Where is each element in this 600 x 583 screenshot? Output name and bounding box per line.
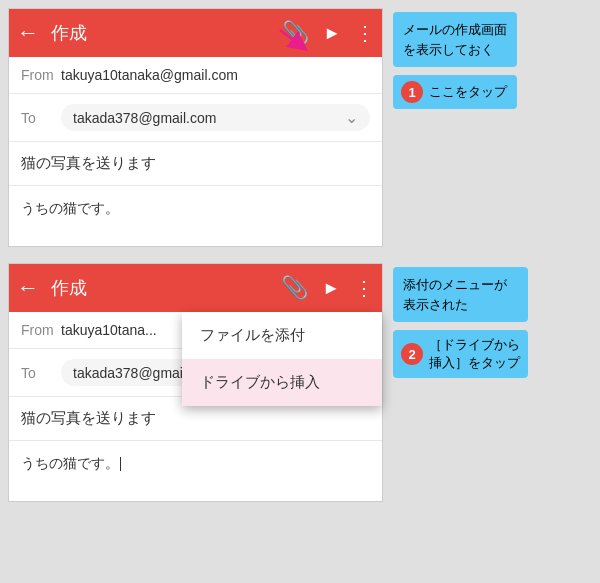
subject-field[interactable]: 猫の写真を送ります	[9, 142, 382, 186]
to-input[interactable]: takada378@gmail.com ⌄	[61, 104, 370, 131]
from-value: takuya10tanaka@gmail.com	[61, 67, 370, 83]
step1-badge: 1	[401, 81, 423, 103]
attachment-dropdown: ファイルを添付 ドライブから挿入	[182, 312, 382, 406]
more-icon-2[interactable]: ⋮	[354, 276, 374, 300]
step1-text: ここをタップ	[429, 83, 507, 101]
callout-compose: メールの作成画面 を表示しておく	[393, 12, 517, 67]
body-field-2[interactable]: うちの猫です。	[9, 441, 382, 501]
step2-text: ［ドライブから 挿入］をタップ	[429, 336, 520, 372]
subject-text: 猫の写真を送ります	[21, 154, 156, 171]
body-field[interactable]: うちの猫です。	[9, 186, 382, 246]
toolbar-title-2: 作成	[51, 276, 281, 300]
to-label-2: To	[21, 365, 61, 381]
email-panel-top: ← 作成 📎 ► ⋮ From takuya10tanaka@gmail.com…	[8, 8, 383, 247]
to-value: takada378@gmail.com	[73, 110, 345, 126]
from-label-2: From	[21, 322, 61, 338]
text-cursor	[120, 457, 121, 471]
back-button[interactable]: ←	[17, 20, 39, 46]
section-divider	[0, 251, 600, 259]
toolbar-title: 作成	[51, 21, 282, 45]
to-label: To	[21, 110, 61, 126]
send-icon-2[interactable]: ►	[322, 278, 340, 299]
subject-text-2: 猫の写真を送ります	[21, 409, 156, 426]
insert-from-drive-item[interactable]: ドライブから挿入	[182, 359, 382, 406]
body-text-2: うちの猫です。	[21, 455, 119, 471]
step2-row: 2 ［ドライブから 挿入］をタップ	[393, 330, 528, 378]
top-section: ← 作成 📎 ► ⋮ From takuya10tanaka@gmail.com…	[0, 0, 600, 251]
body-text: うちの猫です。	[21, 200, 119, 216]
attach-icon[interactable]: 📎	[282, 20, 309, 46]
attach-icon-2[interactable]: 📎	[281, 275, 308, 301]
step1-row: 1 ここをタップ	[393, 75, 517, 109]
toolbar-top: ← 作成 📎 ► ⋮	[9, 9, 382, 57]
callout-menu: 添付のメニューが 表示された	[393, 267, 528, 322]
more-icon[interactable]: ⋮	[355, 21, 374, 45]
toolbar-icons-2: 📎 ► ⋮	[281, 275, 374, 301]
toolbar-icons: 📎 ► ⋮	[282, 20, 374, 46]
email-panel-bottom: ← 作成 📎 ► ⋮ From takuya10tana... To takad…	[8, 263, 383, 502]
from-label: From	[21, 67, 61, 83]
back-button-2[interactable]: ←	[17, 275, 39, 301]
bottom-callouts: 添付のメニューが 表示された 2 ［ドライブから 挿入］をタップ	[393, 263, 528, 502]
toolbar-bottom: ← 作成 📎 ► ⋮	[9, 264, 382, 312]
from-field: From takuya10tanaka@gmail.com	[9, 57, 382, 94]
chevron-down-icon[interactable]: ⌄	[345, 108, 358, 127]
top-callouts: メールの作成画面 を表示しておく 1 ここをタップ	[393, 8, 517, 247]
attach-file-item[interactable]: ファイルを添付	[182, 312, 382, 359]
step2-badge: 2	[401, 343, 423, 365]
to-field[interactable]: To takada378@gmail.com ⌄	[9, 94, 382, 142]
bottom-section: ← 作成 📎 ► ⋮ From takuya10tana... To takad…	[0, 259, 600, 510]
send-icon[interactable]: ►	[323, 23, 341, 44]
